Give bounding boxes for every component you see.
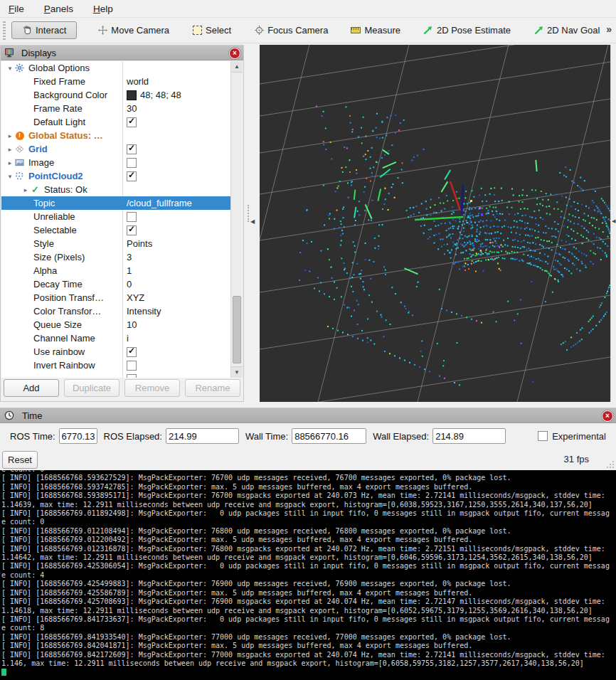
property-name: Use rainbow (33, 346, 85, 357)
property-value[interactable]: Points (123, 237, 231, 250)
tree-row-status-ok[interactable]: ▸✓Status: Ok (1, 183, 231, 196)
time-panel-header[interactable]: Time × (0, 408, 616, 423)
scroll-up-icon[interactable]: ▲ (231, 61, 243, 73)
panel-splitter[interactable]: ◀ (244, 45, 260, 402)
tree-row-decay-time[interactable]: Decay Time0 (1, 277, 231, 291)
displays-panel-header[interactable]: Displays × (1, 46, 243, 60)
resize-grip[interactable] (606, 460, 615, 469)
pose-icon (423, 26, 433, 36)
log-line: 1.14618, max time: 12.2911 milliseconds … (1, 607, 616, 615)
property-value[interactable] (123, 223, 231, 237)
splitter-handle-dots[interactable] (248, 205, 249, 222)
experimental-label: Experimental (552, 431, 606, 442)
3d-viewport[interactable] (260, 45, 610, 402)
property-value[interactable]: XYZ (123, 291, 231, 304)
tree-row-global-options[interactable]: ▾Global Options (1, 61, 231, 75)
menu-item-file[interactable]: File (9, 4, 24, 14)
tree-row-pointcloud2[interactable]: ▾PointCloud2 (1, 169, 231, 183)
tree-row-channel-name[interactable]: Channel Namei (1, 331, 231, 345)
property-value[interactable] (123, 358, 231, 372)
ros-elapsed-input[interactable] (166, 428, 239, 444)
property-value[interactable] (123, 115, 231, 129)
tree-row-queue-size[interactable]: Queue Size10 (1, 318, 231, 331)
tree-row[interactable] (1, 372, 231, 378)
tool-measure[interactable]: Measure (344, 21, 407, 39)
tree-row-global-status[interactable]: ▸!Global Status: … (1, 129, 231, 142)
value-checkbox[interactable] (127, 212, 137, 222)
tree-row-selectable[interactable]: Selectable (1, 223, 231, 237)
tree-row-invert-rainbow[interactable]: Invert Rainbow (1, 358, 231, 372)
tree-row-size-pixels[interactable]: Size (Pixels)3 (1, 250, 231, 264)
toolbar-overflow-chevron[interactable]: » (606, 23, 612, 35)
expander-open-icon[interactable]: ▾ (6, 173, 14, 180)
menu-item-help[interactable]: Help (93, 4, 113, 14)
displays-close-icon[interactable]: × (229, 48, 240, 59)
toolbar-drag-handle[interactable] (3, 21, 6, 40)
expander-closed-icon[interactable]: ▸ (6, 159, 14, 166)
log-line: [ INFO] [1688566769.011892498]: MsgPackE… (1, 509, 616, 518)
ros-time-input[interactable] (59, 428, 97, 444)
expander-closed-icon[interactable]: ▸ (6, 132, 14, 139)
expander-closed-icon[interactable]: ▸ (21, 186, 30, 193)
tree-row-default-light[interactable]: Default Light (1, 115, 231, 129)
tree-row-color-transfor[interactable]: Color Transfor…Intensity (1, 304, 231, 318)
expander-open-icon[interactable]: ▾ (6, 65, 14, 72)
property-value[interactable]: Intensity (123, 304, 231, 318)
tree-row-topic[interactable]: Topic/cloud_fullframe (1, 196, 231, 210)
tool-select[interactable]: Select (186, 21, 238, 39)
reset-button[interactable]: Reset (2, 451, 38, 469)
right-panel-splitter[interactable]: ◀ (610, 45, 616, 402)
property-value[interactable]: 3 (123, 250, 231, 264)
tree-row-use-rainbow[interactable]: Use rainbow (1, 345, 231, 358)
value-checkbox[interactable] (127, 144, 137, 154)
expander-closed-icon[interactable]: ▸ (6, 146, 14, 153)
menu-item-panels[interactable]: Panels (44, 4, 73, 14)
experimental-checkbox[interactable] (538, 431, 548, 441)
tree-row-alpha[interactable]: Alpha1 (1, 264, 231, 277)
value-checkbox[interactable] (127, 374, 137, 378)
wall-time-input[interactable] (292, 428, 366, 444)
value-checkbox[interactable] (127, 171, 137, 181)
property-value[interactable]: world (123, 75, 231, 88)
wall-elapsed-input[interactable] (432, 428, 506, 444)
tool-focus-camera[interactable]: Focus Camera (248, 21, 334, 39)
value-checkbox[interactable] (127, 361, 137, 371)
tree-row-style[interactable]: StylePoints (1, 237, 231, 250)
tree-row-background-color[interactable]: Background Color48; 48; 48 (1, 88, 231, 102)
scroll-down-icon[interactable]: ▼ (231, 366, 243, 378)
property-value[interactable] (123, 142, 231, 156)
tree-row-position-transf[interactable]: Position Transf…XYZ (1, 291, 231, 304)
value-checkbox[interactable] (127, 347, 137, 357)
tool-2d-nav-goal[interactable]: 2D Nav Goal (527, 21, 606, 39)
tree-row-grid[interactable]: ▸Grid (1, 142, 231, 156)
property-name: Queue Size (33, 319, 82, 330)
property-value[interactable] (123, 169, 231, 183)
tree-row-unreliable[interactable]: Unreliable (1, 210, 231, 223)
property-value[interactable]: 48; 48; 48 (123, 88, 231, 102)
value-checkbox[interactable] (127, 158, 137, 168)
property-value[interactable]: 30 (123, 102, 231, 115)
displays-scrollbar[interactable]: ▲ ▼ (230, 61, 243, 378)
property-value[interactable]: i (123, 331, 231, 345)
tree-row-frame-rate[interactable]: Frame Rate30 (1, 102, 231, 115)
property-value[interactable]: /cloud_fullframe (123, 196, 231, 210)
property-value[interactable] (123, 345, 231, 358)
time-close-icon[interactable]: × (602, 410, 613, 422)
property-value[interactable]: 10 (123, 318, 231, 331)
property-value[interactable]: 0 (123, 277, 231, 291)
tool-interact[interactable]: Interact (11, 21, 77, 39)
add-button[interactable]: Add (4, 379, 59, 397)
property-value[interactable]: 1 (123, 264, 231, 277)
property-value[interactable] (123, 372, 231, 378)
tree-row-fixed-frame[interactable]: Fixed Frameworld (1, 75, 231, 88)
tree-row-image[interactable]: ▸Image (1, 156, 231, 169)
tool-move-camera[interactable]: Move Camera (91, 21, 176, 39)
value-checkbox[interactable] (127, 117, 137, 127)
collapse-right-icon[interactable]: ◀ (612, 218, 615, 224)
collapse-left-icon[interactable]: ◀ (250, 218, 255, 225)
property-value[interactable] (123, 156, 231, 169)
tool-2d-pose-estimate[interactable]: 2D Pose Estimate (417, 21, 517, 39)
scrollbar-thumb[interactable] (233, 296, 241, 363)
property-value[interactable] (123, 210, 231, 223)
value-checkbox[interactable] (127, 225, 137, 235)
